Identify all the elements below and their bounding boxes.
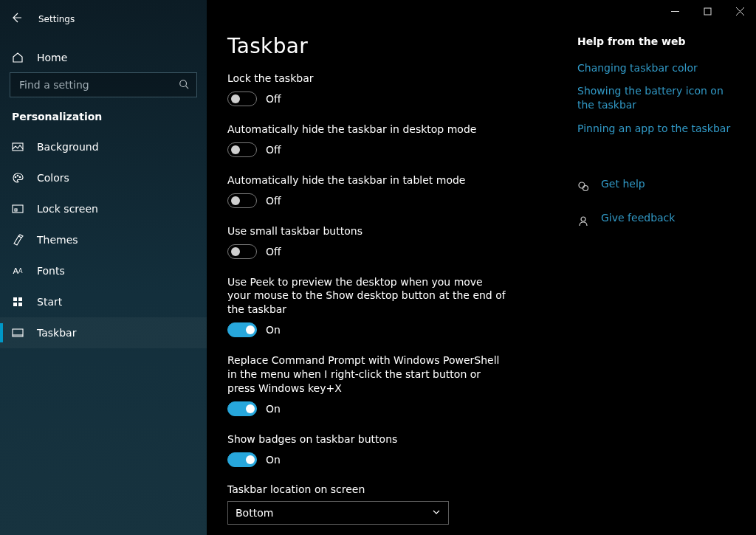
toggle-switch[interactable] [227, 452, 257, 467]
close-button[interactable] [724, 0, 756, 22]
get-help-link[interactable]: Get help [577, 177, 734, 200]
picture-icon [12, 141, 24, 153]
help-link-battery[interactable]: Showing the battery icon on the taskbar [577, 84, 734, 112]
setting-toggle-3: Use small taskbar buttonsOff [227, 224, 533, 259]
select-value: Bottom [236, 507, 273, 519]
setting-toggle-0: Lock the taskbarOff [227, 72, 533, 106]
svg-rect-11 [18, 303, 22, 306]
toggle-state: Off [266, 195, 281, 207]
sidebar-item-themes[interactable]: Themes [0, 224, 207, 255]
sidebar-item-label: Colors [37, 172, 69, 184]
sidebar-item-home[interactable]: Home [0, 43, 207, 72]
get-help-label: Get help [601, 177, 645, 191]
lockscreen-icon [12, 203, 24, 215]
help-icon [577, 181, 589, 196]
svg-point-3 [15, 176, 16, 178]
svg-point-15 [583, 186, 588, 191]
toggle-switch[interactable] [227, 244, 257, 259]
sidebar-item-label: Themes [37, 234, 78, 246]
sidebar: Settings Home Personalization Back [0, 0, 207, 535]
sidebar-item-label: Start [37, 296, 62, 308]
window-titlebar [659, 0, 756, 22]
sidebar-item-label: Lock screen [37, 203, 98, 215]
svg-rect-0 [704, 8, 711, 15]
toggle-state: On [266, 454, 281, 466]
svg-rect-6 [13, 205, 23, 213]
main-panel: Taskbar Lock the taskbarOffAutomatically… [207, 0, 756, 535]
setting-toggle-1: Automatically hide the taskbar in deskto… [227, 122, 533, 157]
sidebar-item-background[interactable]: Background [0, 131, 207, 162]
fonts-icon: AA [12, 265, 24, 277]
taskbar-icon [12, 327, 24, 339]
toggle-state: On [266, 403, 281, 415]
taskbar-location-select[interactable]: Bottom [227, 501, 449, 525]
sidebar-item-lockscreen[interactable]: Lock screen [0, 193, 207, 224]
help-link-color[interactable]: Changing taskbar color [577, 61, 698, 75]
toggle-state: Off [266, 144, 281, 156]
toggle-label: Use Peek to preview the desktop when you… [227, 275, 508, 317]
setting-toggle-5: Replace Command Prompt with Windows Powe… [227, 353, 533, 416]
svg-point-14 [579, 182, 585, 188]
sidebar-item-start[interactable]: Start [0, 286, 207, 317]
toggle-label: Lock the taskbar [227, 72, 508, 86]
svg-point-4 [17, 175, 18, 176]
svg-point-1 [180, 80, 187, 86]
setting-toggle-2: Automatically hide the taskbar in tablet… [227, 173, 533, 208]
sidebar-section-title: Personalization [0, 97, 207, 131]
help-aside: Help from the web Changing taskbar color… [577, 34, 734, 535]
home-label: Home [37, 52, 67, 63]
back-button[interactable] [10, 12, 22, 27]
toggle-switch[interactable] [227, 142, 257, 157]
sidebar-item-fonts[interactable]: AA Fonts [0, 255, 207, 286]
search-input[interactable] [10, 72, 197, 97]
app-title: Settings [38, 14, 75, 24]
toggle-label: Replace Command Prompt with Windows Powe… [227, 353, 508, 396]
help-link-pin[interactable]: Pinning an app to the taskbar [577, 122, 730, 136]
svg-rect-10 [13, 303, 17, 306]
svg-rect-7 [15, 209, 17, 211]
setting-toggle-6: Show badges on taskbar buttonsOn [227, 432, 533, 467]
page-title: Taskbar [227, 34, 533, 58]
sidebar-item-label: Background [37, 141, 99, 153]
toggle-label: Automatically hide the taskbar in tablet… [227, 173, 508, 187]
sidebar-item-colors[interactable]: Colors [0, 162, 207, 193]
toggle-label: Use small taskbar buttons [227, 224, 508, 238]
maximize-button[interactable] [691, 0, 724, 22]
search-icon [179, 78, 189, 92]
toggle-label: Show badges on taskbar buttons [227, 432, 508, 446]
toggle-label: Automatically hide the taskbar in deskto… [227, 122, 508, 137]
sidebar-item-label: Taskbar [37, 327, 76, 339]
chevron-down-icon [432, 507, 441, 519]
setting-toggle-4: Use Peek to preview the desktop when you… [227, 275, 533, 338]
palette-icon [12, 172, 24, 184]
search-field[interactable] [18, 78, 168, 92]
minimize-button[interactable] [659, 0, 691, 22]
give-feedback-link[interactable]: Give feedback [577, 211, 734, 234]
toggle-state: On [266, 324, 281, 336]
toggle-state: Off [266, 93, 281, 105]
location-label: Taskbar location on screen [227, 483, 533, 495]
svg-rect-8 [13, 297, 17, 301]
toggle-switch[interactable] [227, 92, 257, 106]
toggle-switch[interactable] [227, 193, 257, 208]
sidebar-item-taskbar[interactable]: Taskbar [0, 317, 207, 348]
toggle-state: Off [266, 246, 281, 258]
toggle-switch[interactable] [227, 401, 257, 416]
give-feedback-label: Give feedback [601, 211, 675, 225]
aside-title: Help from the web [577, 35, 734, 47]
sidebar-item-label: Fonts [37, 265, 65, 277]
svg-point-5 [19, 176, 21, 178]
feedback-icon [577, 215, 589, 230]
start-icon [12, 296, 24, 308]
svg-rect-9 [18, 297, 22, 301]
toggle-switch[interactable] [227, 322, 257, 337]
svg-point-16 [581, 217, 585, 221]
themes-icon [12, 234, 24, 246]
home-icon [12, 52, 24, 63]
